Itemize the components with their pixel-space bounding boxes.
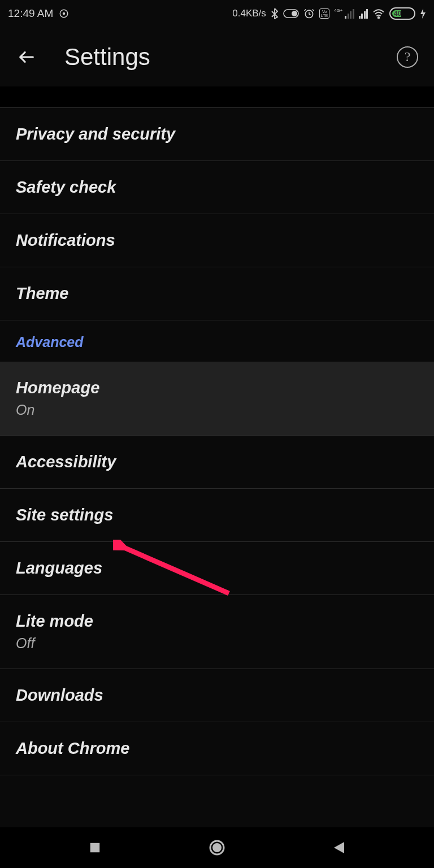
svg-point-10 [212, 843, 222, 852]
battery-icon: 40 [389, 7, 415, 20]
status-time: 12:49 AM [8, 7, 53, 20]
svg-point-1 [63, 12, 66, 15]
status-bar: 12:49 AM 0.4KB/s VoLTE 4G+ [0, 0, 434, 27]
bluetooth-icon [271, 8, 279, 19]
alarm-icon [303, 8, 315, 19]
settings-list: Privacy and security Safety check Notifi… [0, 108, 434, 775]
settings-item-lite-mode[interactable]: Lite mode Off [0, 595, 434, 669]
item-label: Accessibility [16, 453, 418, 471]
item-label: Safety check [16, 178, 418, 197]
item-label: Languages [16, 559, 418, 578]
section-header-advanced: Advanced [0, 320, 434, 362]
item-label: Lite mode [16, 612, 418, 631]
status-data-rate: 0.4KB/s [232, 8, 266, 19]
nav-home-button[interactable] [208, 839, 226, 857]
settings-item-notifications[interactable]: Notifications [0, 214, 434, 267]
svg-point-5 [378, 17, 380, 19]
settings-item-homepage[interactable]: Homepage On [0, 362, 434, 436]
dnd-icon [283, 9, 299, 18]
item-label: About Chrome [16, 739, 418, 758]
settings-item-privacy[interactable]: Privacy and security [0, 108, 434, 161]
item-subtitle: Off [16, 635, 418, 652]
item-label: Notifications [16, 231, 418, 250]
item-label: Privacy and security [16, 125, 418, 144]
navigation-bar [0, 827, 434, 868]
page-title: Settings [64, 44, 370, 71]
settings-item-accessibility[interactable]: Accessibility [0, 436, 434, 489]
settings-item-theme[interactable]: Theme [0, 267, 434, 320]
svg-marker-11 [334, 842, 344, 853]
charging-icon [420, 8, 426, 19]
help-button[interactable]: ? [397, 46, 418, 68]
back-button[interactable] [16, 46, 37, 68]
item-label: Theme [16, 284, 418, 303]
settings-item-languages[interactable]: Languages [0, 542, 434, 595]
item-label: Site settings [16, 506, 418, 524]
settings-item-about-chrome[interactable]: About Chrome [0, 722, 434, 775]
top-spacer [0, 86, 434, 108]
svg-rect-8 [90, 843, 100, 853]
settings-item-safety-check[interactable]: Safety check [0, 161, 434, 214]
nav-recents-button[interactable] [86, 839, 104, 857]
volte-icon: VoLTE [319, 8, 329, 19]
nav-back-button[interactable] [330, 839, 348, 857]
signal-2-icon [359, 8, 368, 19]
app-bar: Settings ? [0, 27, 434, 86]
item-label: Downloads [16, 686, 418, 705]
settings-item-downloads[interactable]: Downloads [0, 669, 434, 722]
whatsapp-icon [59, 8, 69, 19]
wifi-icon [372, 8, 385, 19]
item-subtitle: On [16, 402, 418, 418]
settings-item-site-settings[interactable]: Site settings [0, 489, 434, 542]
svg-point-3 [292, 11, 297, 16]
item-label: Homepage [16, 379, 418, 397]
signal-1-icon: 4G+ [334, 8, 354, 19]
